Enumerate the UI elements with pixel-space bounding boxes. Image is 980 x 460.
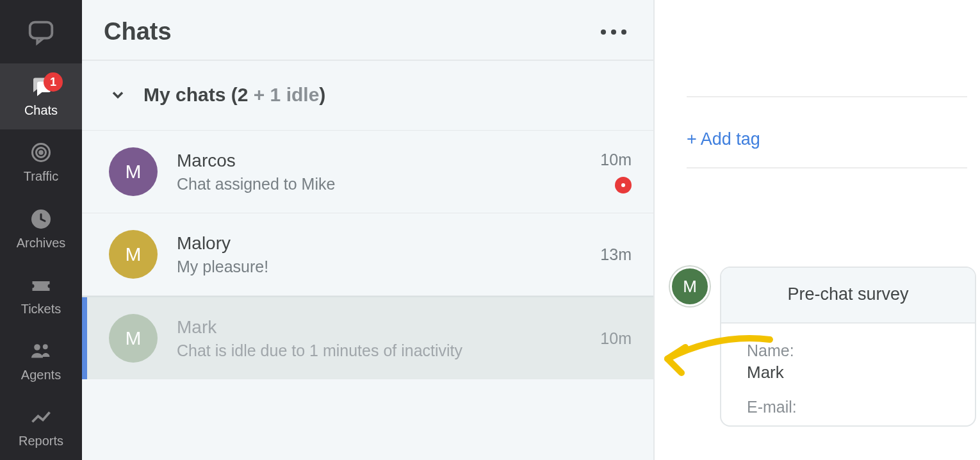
- archives-icon: [29, 208, 53, 231]
- nav-label: Tickets: [21, 302, 61, 316]
- chat-time: 10m: [600, 329, 632, 348]
- nav-item-tickets[interactable]: Tickets: [0, 262, 82, 328]
- dot-icon: [621, 29, 626, 35]
- more-menu-button[interactable]: [596, 24, 632, 40]
- add-tag-button[interactable]: + Add tag: [687, 129, 760, 149]
- svg-point-5: [34, 344, 40, 350]
- details-panel: + Add tag M Pre-chat survey Name: Mark E…: [655, 0, 980, 460]
- divider: [687, 167, 967, 168]
- nav-label: Agents: [21, 368, 61, 382]
- chat-list-panel: Chats My chats (2 + 1 idle) M Marcos Cha…: [82, 0, 655, 460]
- nav-label: Chats: [24, 103, 58, 118]
- nav-item-agents[interactable]: Agents: [0, 328, 82, 394]
- traffic-icon: [29, 141, 53, 164]
- survey-field-label: Name:: [747, 341, 949, 360]
- nav-label: Traffic: [24, 169, 58, 184]
- dot-icon: [611, 29, 616, 35]
- survey-avatar: M: [670, 267, 710, 306]
- avatar: M: [109, 230, 158, 279]
- nav-label: Reports: [19, 434, 63, 448]
- nav-item-chats[interactable]: Chats 1: [0, 63, 82, 129]
- nav-label: Archives: [17, 236, 66, 251]
- chat-row[interactable]: M Malory My pleasure! 13m: [82, 213, 653, 296]
- survey-block: M Pre-chat survey Name: Mark E-mail:: [670, 267, 976, 427]
- svg-point-3: [40, 151, 43, 154]
- avatar: M: [109, 147, 158, 196]
- chat-row-selected[interactable]: M Mark Chat is idle due to 1 minutes of …: [82, 296, 653, 379]
- list-header: Chats: [82, 0, 653, 61]
- svg-point-6: [43, 344, 48, 349]
- page-title: Chats: [104, 18, 172, 45]
- nav-rail: Chats 1 Traffic Archives Tickets Ag: [0, 0, 82, 460]
- agents-icon: [29, 340, 53, 363]
- chat-name: Marcos: [177, 151, 581, 171]
- survey-field-value: Mark: [747, 363, 949, 382]
- survey-card: Pre-chat survey Name: Mark E-mail:: [720, 267, 976, 427]
- chevron-down-icon: [109, 86, 127, 104]
- nav-item-reports[interactable]: Reports: [0, 394, 82, 460]
- chat-time: 10m: [600, 151, 632, 169]
- survey-title: Pre-chat survey: [721, 268, 975, 324]
- alert-dot-icon: [615, 177, 632, 193]
- tickets-icon: [29, 274, 53, 297]
- chat-name: Mark: [177, 317, 581, 338]
- chat-preview: Chat is idle due to 1 minutes of inactiv…: [177, 341, 581, 360]
- section-title: My chats (2 + 1 idle): [143, 84, 325, 106]
- chat-logo-icon: [26, 17, 56, 47]
- chat-time: 13m: [600, 245, 632, 264]
- section-header[interactable]: My chats (2 + 1 idle): [82, 61, 653, 124]
- survey-field-label: E-mail:: [747, 398, 949, 416]
- svg-rect-0: [30, 22, 53, 38]
- chat-list: M Marcos Chat assigned to Mike 10m M Mal…: [82, 124, 653, 379]
- nav-item-traffic[interactable]: Traffic: [0, 129, 82, 195]
- reports-icon: [29, 406, 53, 429]
- divider: [687, 96, 967, 97]
- nav-item-archives[interactable]: Archives: [0, 195, 82, 261]
- app-logo: [0, 0, 82, 63]
- avatar: M: [109, 314, 158, 363]
- dot-icon: [601, 29, 606, 35]
- chat-name: Malory: [177, 233, 581, 254]
- chat-preview: Chat assigned to Mike: [177, 175, 581, 193]
- chat-row[interactable]: M Marcos Chat assigned to Mike 10m: [82, 130, 653, 213]
- chat-preview: My pleasure!: [177, 258, 581, 276]
- nav-badge: 1: [44, 72, 63, 92]
